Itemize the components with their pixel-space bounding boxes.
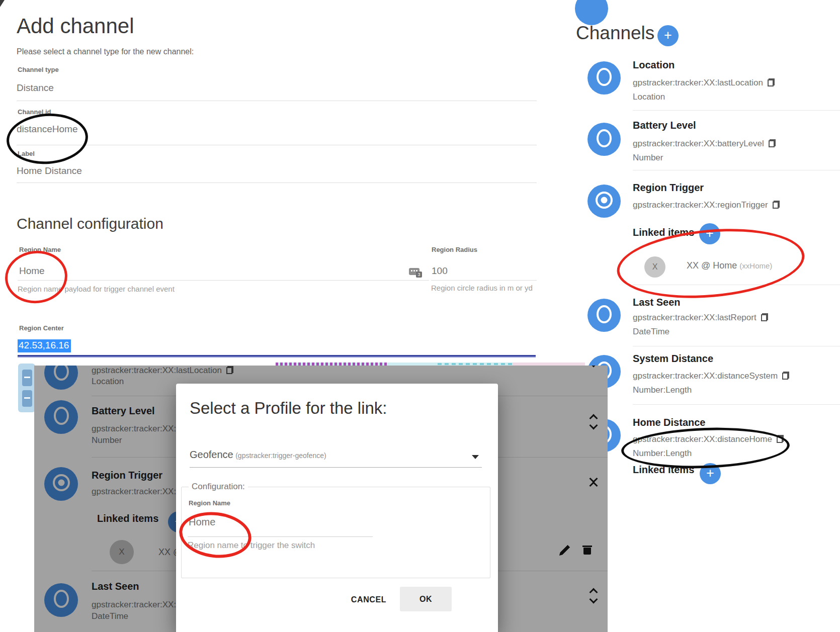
input-underline bbox=[188, 536, 373, 537]
channel-title: Last Seen bbox=[633, 297, 680, 308]
channel-uid: gpstracker:tracker:XX:batteryLevel bbox=[633, 139, 776, 149]
add-channel-button[interactable]: + bbox=[657, 25, 679, 46]
copy-icon[interactable] bbox=[773, 201, 780, 209]
channel-title: Region Trigger bbox=[633, 182, 704, 194]
screen: Add channel Please select a channel type… bbox=[0, 0, 840, 632]
annotation-ellipse-red-region-name bbox=[3, 248, 70, 306]
input-underline bbox=[431, 280, 537, 281]
channel-id-input[interactable]: distanceHome bbox=[17, 124, 77, 135]
channel-type: Location bbox=[633, 92, 665, 102]
region-radius-hint: Region circle radius in m or yd bbox=[431, 284, 533, 292]
copy-icon[interactable] bbox=[777, 435, 784, 443]
channel-title: System Distance bbox=[633, 353, 713, 365]
map-zoom-control-fragment bbox=[18, 364, 35, 412]
region-name-input[interactable]: Home bbox=[19, 265, 45, 277]
profile-uid: (gpstracker:trigger-geofence) bbox=[235, 452, 326, 460]
cancel-button[interactable]: CANCEL bbox=[344, 591, 394, 609]
region-name-label: Region Name bbox=[19, 246, 61, 253]
channel-type: Number bbox=[633, 153, 663, 163]
input-underline bbox=[18, 280, 429, 281]
divider bbox=[633, 285, 840, 285]
ok-button[interactable]: OK bbox=[400, 587, 452, 611]
divider bbox=[633, 170, 840, 170]
profile-value: Geofence bbox=[190, 449, 233, 460]
divider bbox=[633, 110, 840, 111]
channel-icon-last-seen bbox=[587, 299, 621, 332]
label-field-label: Label bbox=[18, 150, 35, 157]
keyboard-badge: 3 bbox=[416, 272, 422, 278]
channel-uid-text: gpstracker:tracker:XX:distanceSystem bbox=[633, 371, 778, 381]
focus-underline-glow bbox=[18, 356, 536, 357]
channel-uid-text: gpstracker:tracker:XX:regionTrigger bbox=[633, 200, 768, 210]
select-underline bbox=[190, 467, 482, 468]
linked-item-avatar: X bbox=[644, 256, 665, 278]
channel-uid: gpstracker:tracker:XX:lastReport bbox=[633, 313, 768, 323]
profile-dialog: Select a Profile for the link: Geofence … bbox=[176, 384, 498, 632]
region-name-hint: Region name to trigger the switch bbox=[188, 540, 315, 551]
fieldset-legend: Configuration: bbox=[189, 482, 248, 492]
map-zoom-in-button[interactable] bbox=[22, 370, 32, 386]
channel-type: Number:Length bbox=[633, 385, 692, 395]
linked-items-label: Linked items bbox=[633, 227, 694, 238]
map-zoom-out-button[interactable] bbox=[22, 390, 32, 407]
section-title: Channel configuration bbox=[17, 215, 163, 232]
region-name-input[interactable]: Home bbox=[189, 516, 215, 528]
channel-icon-battery bbox=[587, 123, 621, 156]
channel-uid: gpstracker:tracker:XX:distanceSystem bbox=[633, 371, 789, 381]
channel-id-label: Channel id bbox=[18, 108, 51, 116]
copy-icon[interactable] bbox=[768, 78, 775, 86]
dialog-title: Select a Profile for the link: bbox=[190, 399, 387, 418]
profile-select[interactable]: Geofence (gpstracker:trigger-geofence) bbox=[190, 449, 326, 461]
channel-icon-location bbox=[587, 61, 621, 95]
channel-uid-text: gpstracker:tracker:XX:lastLocation bbox=[633, 78, 763, 87]
divider bbox=[633, 346, 840, 346]
linked-item-name-text: XX @ Home bbox=[687, 260, 737, 270]
channel-title: Home Distance bbox=[633, 417, 706, 428]
channel-type-label: Channel type bbox=[18, 66, 59, 73]
channel-uid-text: gpstracker:tracker:XX:batteryLevel bbox=[633, 139, 764, 148]
linked-items-label: Linked items bbox=[633, 464, 694, 476]
linked-item-name[interactable]: XX @ Home (xxHome) bbox=[687, 260, 772, 271]
channel-type-select[interactable]: Distance bbox=[17, 82, 54, 94]
corner-fragment bbox=[0, 0, 5, 7]
radio-checked-icon bbox=[596, 192, 613, 209]
radio-unchecked-icon bbox=[597, 68, 612, 86]
channel-uid: gpstracker:tracker:XX:distanceHome bbox=[633, 434, 784, 444]
channels-title: Channels bbox=[576, 23, 654, 44]
dropdown-arrow-icon[interactable] bbox=[472, 455, 479, 459]
region-radius-label: Region Radius bbox=[432, 246, 477, 253]
add-linked-item-button[interactable]: + bbox=[699, 223, 720, 244]
copy-icon[interactable] bbox=[782, 372, 789, 380]
label-field-input[interactable]: Home Distance bbox=[17, 165, 82, 176]
divider bbox=[633, 404, 840, 405]
divider bbox=[17, 101, 537, 101]
region-name-label: Region Name bbox=[189, 499, 230, 507]
channel-type: Number:Length bbox=[633, 448, 692, 459]
region-center-input[interactable]: 42.53,16.16 bbox=[18, 339, 71, 352]
region-radius-input[interactable]: 100 bbox=[432, 265, 448, 277]
seam-teal-dashes bbox=[438, 363, 513, 365]
channel-uid: gpstracker:tracker:XX:regionTrigger bbox=[633, 200, 780, 210]
radio-dot bbox=[601, 197, 608, 204]
scroll-top-fab[interactable] bbox=[575, 0, 608, 25]
channel-uid: gpstracker:tracker:XX:lastLocation bbox=[633, 78, 775, 88]
linked-item-id: (xxHome) bbox=[739, 261, 772, 270]
channel-icon-region-trigger bbox=[587, 185, 621, 218]
region-name-hint: Region name payload for trigger channel … bbox=[18, 285, 175, 293]
channel-title: Location bbox=[633, 59, 675, 71]
annotation-ellipse-black-channel-id bbox=[5, 111, 90, 166]
page-subtitle: Please select a channel type for the new… bbox=[17, 47, 194, 56]
radio-unchecked-icon bbox=[597, 129, 612, 147]
channel-uid-text: gpstracker:tracker:XX:distanceHome bbox=[633, 434, 772, 444]
copy-icon[interactable] bbox=[761, 313, 768, 321]
copy-icon[interactable] bbox=[769, 139, 776, 147]
channel-title: Battery Level bbox=[633, 120, 696, 131]
radio-unchecked-icon bbox=[597, 305, 612, 323]
divider bbox=[17, 145, 537, 145]
region-center-label: Region Center bbox=[19, 324, 64, 332]
add-linked-item-button[interactable]: + bbox=[700, 463, 721, 484]
selected-text: 42.53,16.16 bbox=[18, 339, 71, 352]
keyboard-input-icon[interactable]: 3 bbox=[409, 268, 419, 275]
channel-uid-text: gpstracker:tracker:XX:lastReport bbox=[633, 313, 757, 322]
configuration-fieldset: Configuration: Region Name Home Region n… bbox=[181, 487, 490, 578]
